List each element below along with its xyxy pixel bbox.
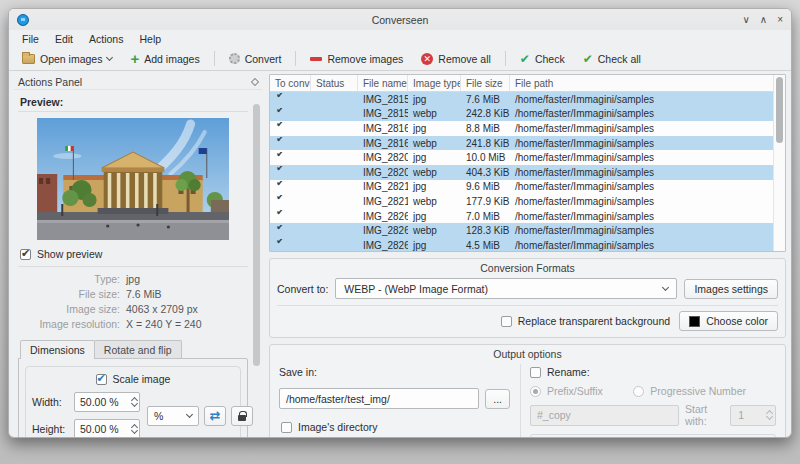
col-file-path[interactable]: File path	[510, 75, 773, 91]
table-row[interactable]: IMG_2816_co... webp 241.8 KiB /home/fast…	[270, 136, 773, 151]
row-file-path: /home/faster/Immagini/samples	[510, 167, 773, 178]
height-label: Height:	[32, 423, 70, 435]
format-select[interactable]: WEBP - (WebP Image Format)	[335, 278, 677, 299]
actions-panel-scrollbar[interactable]	[253, 104, 260, 366]
row-file-path: /home/faster/Immagini/samples	[510, 152, 773, 163]
check-button[interactable]: ✔ Check	[513, 50, 572, 68]
lock-ratio-button[interactable]	[231, 406, 253, 426]
remove-images-button[interactable]: Remove images	[303, 50, 410, 68]
col-file-size[interactable]: File size	[461, 75, 510, 91]
prefix-suffix-radio[interactable]: Prefix/Suffix	[530, 385, 603, 397]
images-settings-button[interactable]: Images settings	[684, 279, 778, 299]
row-image-type: jpg	[408, 240, 461, 251]
save-path-input[interactable]	[279, 388, 479, 409]
row-check-icon[interactable]	[275, 93, 285, 103]
row-file-path: /home/faster/Immagini/samples	[510, 225, 773, 236]
table-row[interactable]: IMG_2820_co... webp 404.3 KiB /home/fast…	[270, 165, 773, 180]
menu-bar: File Edit Actions Help	[9, 30, 791, 47]
file-table-scrollbar[interactable]	[773, 75, 785, 251]
scale-image-checkbox[interactable]: Scale image	[96, 373, 171, 385]
toolbar: Open images + Add images Convert Remove …	[9, 47, 791, 71]
row-file-name: IMG_2816.jpg	[358, 123, 408, 134]
row-file-size: 242.8 KiB	[461, 108, 510, 119]
image-info: Type: jpg File size: 7.6 MiB Image size:…	[18, 273, 248, 330]
reset-dimensions-button[interactable]: ⇄	[204, 406, 226, 426]
convert-button[interactable]: Convert	[222, 50, 289, 68]
title-bar[interactable]: Converseen ∨ ∧ ×	[9, 9, 791, 30]
table-row[interactable]: IMG_2815.jpg jpg 7.6 MiB /home/faster/Im…	[270, 92, 773, 107]
row-check-icon[interactable]	[275, 166, 285, 176]
table-row[interactable]: IMG_2826_co... webp 128.3 KiB /home/fast…	[270, 223, 773, 238]
row-check-icon[interactable]	[275, 225, 285, 235]
check-all-button[interactable]: ✔ Check all	[576, 50, 648, 68]
menu-edit[interactable]: Edit	[48, 32, 80, 46]
save-in-label: Save in:	[279, 366, 510, 378]
row-image-type: jpg	[408, 211, 461, 222]
row-file-size: 8.8 MiB	[461, 123, 510, 134]
replace-background-checkbox[interactable]: Replace transparent background	[501, 315, 670, 327]
table-row[interactable]: IMG_2821_co... webp 177.9 KiB /home/fast…	[270, 194, 773, 209]
scrollbar-thumb[interactable]	[776, 77, 783, 143]
row-check-icon[interactable]	[275, 122, 285, 132]
row-check-icon[interactable]	[275, 195, 285, 205]
radio-icon	[633, 386, 644, 397]
app-window: Converseen ∨ ∧ × File Edit Actions Help …	[8, 8, 792, 438]
height-spinner[interactable]: 50.00 %	[74, 419, 140, 438]
row-check-icon[interactable]	[275, 137, 285, 147]
table-row[interactable]: IMG_2826-M... jpg 4.5 MiB /home/faster/I…	[270, 238, 773, 252]
rename-pattern-input[interactable]	[530, 405, 679, 426]
row-file-path: /home/faster/Immagini/samples	[510, 94, 773, 105]
row-check-icon[interactable]	[275, 152, 285, 162]
table-row[interactable]: IMG_2821.jpg jpg 9.6 MiB /home/faster/Im…	[270, 180, 773, 195]
row-check-icon[interactable]	[275, 108, 285, 118]
progressive-number-radio[interactable]: Progressive Number	[633, 385, 746, 397]
file-table-header: To convert Status File name Image type F…	[270, 75, 773, 92]
table-row[interactable]: IMG_2816.jpg jpg 8.8 MiB /home/faster/Im…	[270, 121, 773, 136]
menu-help[interactable]: Help	[132, 32, 168, 46]
menu-actions[interactable]: Actions	[82, 32, 130, 46]
tab-rotate-flip[interactable]: Rotate and flip	[94, 340, 182, 359]
browse-button[interactable]: ...	[485, 389, 510, 409]
remove-all-button[interactable]: ✕ Remove all	[414, 50, 498, 68]
add-images-button[interactable]: + Add images	[123, 50, 206, 68]
file-table-body: IMG_2815.jpg jpg 7.6 MiB /home/faster/Im…	[270, 92, 773, 252]
row-check-icon[interactable]	[275, 181, 285, 191]
tab-dimensions[interactable]: Dimensions	[20, 340, 95, 359]
row-file-name: IMG_2821.jpg	[358, 181, 408, 192]
row-check-icon[interactable]	[275, 210, 285, 220]
unit-select[interactable]: %	[147, 406, 199, 426]
rename-checkbox[interactable]: Rename:	[530, 366, 776, 378]
row-file-path: /home/faster/Immagini/samples	[510, 123, 773, 134]
row-file-size: 128.3 KiB	[461, 225, 510, 236]
toolbar-separator	[214, 51, 215, 66]
actions-panel-title: Actions Panel	[18, 76, 82, 88]
row-file-size: 4.5 MiB	[461, 240, 510, 251]
choose-color-button[interactable]: Choose color	[679, 311, 778, 331]
image-size-value: 4063 x 2709 px	[126, 303, 248, 315]
check-icon: ✔	[520, 54, 530, 64]
row-file-path: /home/faster/Immagini/samples	[510, 108, 773, 119]
minimize-icon[interactable]: ∨	[743, 15, 750, 25]
open-images-button[interactable]: Open images	[15, 50, 119, 68]
checkbox-icon	[530, 367, 541, 378]
row-file-name: IMG_2826-M...	[358, 240, 408, 251]
show-preview-checkbox[interactable]: Show preview	[20, 248, 248, 260]
table-row[interactable]: IMG_2815_co... webp 242.8 KiB /home/fast…	[270, 107, 773, 122]
col-status[interactable]: Status	[311, 75, 358, 91]
checkbox-icon	[281, 422, 292, 433]
row-check-icon[interactable]	[275, 239, 285, 249]
start-with-spinner[interactable]: 1	[730, 405, 776, 426]
row-file-name: IMG_2826.jpg	[358, 211, 408, 222]
window-title: Converseen	[9, 14, 791, 26]
table-row[interactable]: IMG_2820.jpg jpg 10.0 MiB /home/faster/I…	[270, 150, 773, 165]
width-spinner[interactable]: 50.00 %	[74, 392, 140, 412]
maximize-icon[interactable]: ∧	[760, 15, 767, 25]
close-icon[interactable]: ×	[777, 15, 783, 25]
table-row[interactable]: IMG_2826.jpg jpg 7.0 MiB /home/faster/Im…	[270, 209, 773, 224]
col-file-name[interactable]: File name	[358, 75, 408, 91]
preview-image	[37, 118, 229, 240]
menu-file[interactable]: File	[15, 32, 46, 46]
col-image-type[interactable]: Image type	[408, 75, 461, 91]
float-panel-icon[interactable]	[251, 77, 259, 85]
col-to-convert[interactable]: To convert	[270, 75, 311, 91]
